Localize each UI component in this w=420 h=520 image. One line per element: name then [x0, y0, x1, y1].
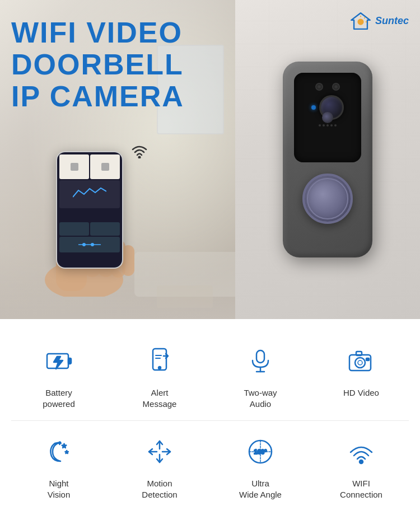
audio-label: Two-wayAudio: [244, 387, 277, 409]
camera-lens: [319, 95, 344, 120]
hero-title-line1: WIFI VIDEO: [11, 17, 184, 49]
phone-hand: [34, 140, 151, 297]
features-divider: [11, 420, 409, 421]
phone-body: [56, 151, 123, 269]
mic-dot-5: [334, 124, 337, 127]
motion-icon: [140, 432, 179, 471]
mic-dot-2: [323, 124, 325, 127]
suntec-logo-icon: [349, 11, 372, 31]
svg-point-28: [358, 360, 362, 365]
hero-title-line2: DOORBELL: [11, 49, 184, 81]
angle-icon: 166°: [241, 432, 280, 471]
svg-rect-29: [356, 352, 362, 355]
phone-cell-5: [90, 222, 120, 236]
phone-screen: [57, 152, 122, 268]
alert-label: AlertMessage: [143, 387, 177, 409]
svg-rect-30: [366, 358, 369, 360]
svg-point-13: [357, 19, 363, 25]
phone-cell-1: [59, 154, 89, 179]
moon-icon: ★ ★ ✦: [39, 432, 78, 471]
phone-cell-3: [59, 180, 120, 208]
night-vision-label: NightVision: [48, 478, 71, 500]
svg-text:166°: 166°: [254, 448, 267, 455]
svg-point-9: [82, 243, 86, 246]
ir-dot-right: [332, 83, 340, 91]
svg-rect-6: [71, 163, 78, 171]
wifi-label: WIFIConnection: [340, 478, 382, 500]
svg-point-10: [91, 243, 94, 246]
phone-cell-6: [59, 237, 120, 252]
microphone-icon: [241, 341, 280, 381]
hero-title-line3: IP CAMERA: [11, 81, 184, 113]
phone-container: [34, 140, 151, 297]
features-grid-2: ★ ★ ✦ NightVision: [11, 427, 409, 505]
suntec-logo: Suntec: [349, 11, 409, 31]
svg-point-11: [138, 156, 141, 159]
svg-point-20: [158, 367, 161, 369]
svg-point-27: [355, 358, 365, 368]
battery-label: Batterypowered: [43, 387, 75, 409]
feature-audio: Two-wayAudio: [213, 336, 308, 415]
svg-rect-18: [68, 358, 71, 364]
feature-motion: MotionDetection: [112, 427, 207, 505]
features-section: Batterypowered AlertMessage: [0, 319, 420, 517]
svg-line-15: [364, 17, 365, 18]
camera-lens-wrap: [311, 95, 344, 120]
phone-cell-2: [90, 154, 120, 179]
camera-icon: [342, 341, 381, 381]
hero-text: WIFI VIDEO DOORBELL IP CAMERA: [11, 17, 184, 113]
room-table: [157, 285, 213, 308]
hero-left-panel: WIFI VIDEO DOORBELL IP CAMERA: [0, 0, 235, 319]
feature-alert: AlertMessage: [112, 336, 207, 415]
brand-name: Suntec: [375, 15, 409, 27]
hero-title: WIFI VIDEO DOORBELL IP CAMERA: [11, 17, 184, 113]
wifi-feature-icon: [342, 432, 381, 471]
feature-wide-angle: 166° UltraWide Angle: [213, 427, 308, 505]
phone-cell-4: [59, 222, 89, 236]
svg-text:★: ★: [65, 450, 68, 454]
feature-hd-video: HD Video: [314, 336, 409, 415]
battery-icon: [39, 341, 78, 381]
wifi-led: [311, 105, 316, 110]
feature-battery: Batterypowered: [11, 336, 106, 415]
doorbell-device: [283, 62, 372, 257]
ir-dot-left: [315, 83, 323, 91]
svg-text:✦: ✦: [58, 442, 61, 445]
svg-point-42: [360, 460, 363, 463]
alert-icon: [140, 341, 179, 381]
wifi-signal-icon: [130, 143, 148, 162]
hero-section: WIFI VIDEO DOORBELL IP CAMERA: [0, 0, 420, 319]
motion-label: MotionDetection: [142, 478, 177, 500]
camera-module: [294, 73, 361, 162]
wide-angle-label: UltraWide Angle: [239, 478, 282, 500]
hero-right-panel: Suntec: [235, 0, 420, 319]
ir-sensors: [315, 83, 340, 91]
mic-dot-1: [319, 124, 321, 127]
features-grid: Batterypowered AlertMessage: [11, 336, 409, 415]
hd-video-label: HD Video: [343, 387, 379, 399]
svg-rect-5: [122, 245, 134, 276]
svg-text:★: ★: [62, 443, 67, 449]
microphone-dots: [319, 124, 337, 127]
feature-wifi: WIFIConnection: [314, 427, 409, 505]
svg-rect-7: [101, 163, 109, 171]
svg-rect-23: [256, 350, 264, 363]
doorbell-button: [302, 174, 353, 224]
feature-night-vision: ★ ★ ✦ NightVision: [11, 427, 106, 505]
mic-dot-4: [330, 124, 333, 127]
mic-dot-3: [326, 124, 329, 127]
